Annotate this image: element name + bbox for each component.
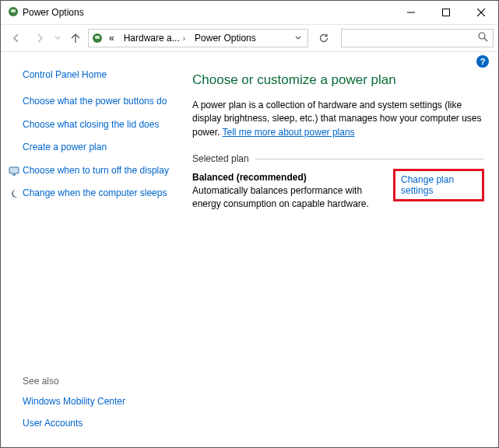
recent-dropdown[interactable] — [52, 27, 63, 49]
display-icon — [9, 166, 19, 177]
svg-rect-7 — [95, 36, 100, 39]
control-panel-home-link[interactable]: Control Panel Home — [23, 69, 169, 80]
navbar: « Hardware a... › Power Options — [1, 24, 498, 52]
search-icon — [478, 32, 488, 44]
back-button[interactable] — [5, 27, 27, 49]
refresh-button[interactable] — [313, 29, 335, 47]
sidebar-link-power-buttons[interactable]: Choose what the power buttons do — [23, 96, 169, 108]
breadcrumb[interactable]: « Hardware a... › Power Options — [88, 29, 308, 47]
titlebar: Power Options — [1, 1, 498, 24]
breadcrumb-dropdown[interactable] — [290, 33, 306, 44]
sidebar-link-user-accounts[interactable]: User Accounts — [23, 418, 169, 429]
svg-point-8 — [479, 33, 485, 39]
power-options-icon — [90, 31, 104, 45]
breadcrumb-prefix[interactable]: « — [104, 33, 119, 44]
sidebar: Control Panel Home Choose what the power… — [1, 54, 180, 447]
page-title: Choose or customize a power plan — [192, 72, 484, 88]
plan-name: Balanced (recommended) — [192, 172, 393, 183]
up-button[interactable] — [65, 27, 86, 49]
breadcrumb-seg-power-options[interactable]: Power Options — [190, 33, 261, 44]
selected-plan-label: Selected plan — [192, 153, 249, 164]
sidebar-link-computer-sleeps-label: Change when the computer sleeps — [23, 187, 167, 198]
maximize-button[interactable] — [428, 1, 463, 24]
svg-rect-11 — [12, 174, 16, 176]
plan-row: Balanced (recommended) Automatically bal… — [192, 172, 484, 211]
breadcrumb-seg-hardware-label: Hardware a... — [124, 33, 180, 44]
plan-info: Balanced (recommended) Automatically bal… — [192, 172, 393, 211]
sidebar-link-computer-sleeps[interactable]: Change when the computer sleeps — [23, 187, 169, 200]
chevron-right-icon: › — [183, 34, 185, 43]
see-also-label: See also — [23, 376, 169, 387]
svg-rect-3 — [442, 9, 449, 16]
svg-line-9 — [484, 38, 487, 41]
tell-me-more-link[interactable]: Tell me more about power plans — [222, 127, 354, 138]
window-title: Power Options — [19, 7, 393, 18]
search-input[interactable] — [341, 29, 494, 47]
forward-button[interactable] — [29, 27, 51, 49]
sidebar-link-turn-off-display-label: Choose when to turn off the display — [23, 165, 169, 176]
svg-rect-1 — [11, 9, 16, 12]
selected-plan-section: Selected plan — [192, 153, 484, 164]
divider — [255, 159, 484, 159]
breadcrumb-seg-hardware[interactable]: Hardware a... › — [119, 33, 190, 44]
sidebar-link-mobility-center[interactable]: Windows Mobility Center — [23, 396, 169, 407]
change-plan-settings-link[interactable]: Change plan settings — [393, 169, 484, 201]
plan-description: Automatically balances performance with … — [192, 184, 393, 211]
content-area: Control Panel Home Choose what the power… — [1, 54, 498, 447]
app-icon — [7, 5, 19, 20]
sidebar-link-turn-off-display[interactable]: Choose when to turn off the display — [23, 165, 169, 177]
moon-icon — [9, 188, 19, 199]
page-description: A power plan is a collection of hardware… — [192, 99, 484, 139]
breadcrumb-seg-power-options-label: Power Options — [195, 33, 256, 44]
close-button[interactable] — [463, 1, 498, 24]
minimize-button[interactable] — [393, 1, 428, 24]
main-panel: Choose or customize a power plan A power… — [180, 54, 498, 447]
svg-rect-10 — [9, 167, 19, 173]
sidebar-link-closing-lid[interactable]: Choose what closing the lid does — [23, 119, 169, 131]
sidebar-link-create-plan[interactable]: Create a power plan — [23, 142, 169, 154]
